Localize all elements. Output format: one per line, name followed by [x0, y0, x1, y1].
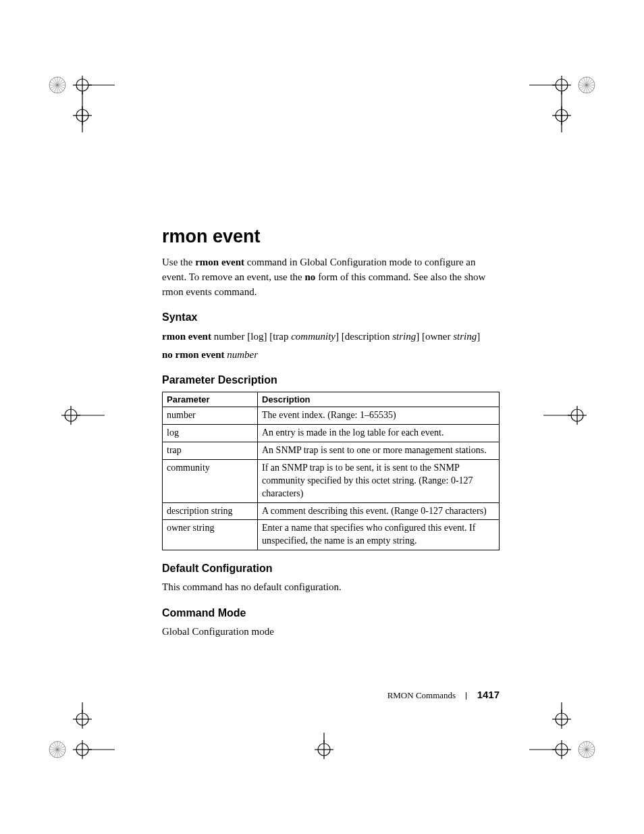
footer-chapter: RMON Commands: [387, 690, 456, 700]
registration-mark-icon: [41, 696, 122, 777]
table-row: trap An SNMP trap is sent to one or more…: [163, 442, 500, 460]
param-desc-heading: Parameter Description: [162, 374, 500, 386]
table-row: log An entry is made in the log table fo…: [163, 425, 500, 442]
syntax-line-2: no rmon event number: [162, 347, 500, 363]
page-title: rmon event: [162, 226, 500, 247]
td-desc: The event index. (Range: 1–65535): [258, 407, 500, 425]
table-head-row: Parameter Description: [163, 392, 500, 407]
td-param: log: [163, 425, 258, 442]
td-param: description string: [163, 502, 258, 520]
syntax-kw: rmon event: [162, 331, 211, 342]
page-content: rmon event Use the rmon event command in…: [162, 226, 500, 649]
intro-pre: Use the: [162, 257, 195, 267]
td-param: number: [163, 407, 258, 425]
footer-separator: [466, 692, 466, 700]
table-row: description string A comment describing …: [163, 502, 500, 520]
td-param: owner string: [163, 520, 258, 550]
default-config-body: This command has no default configuratio…: [162, 580, 500, 595]
td-desc: Enter a name that specifies who configur…: [258, 520, 500, 550]
command-mode-heading: Command Mode: [162, 607, 500, 619]
syntax2-it: number: [227, 349, 258, 360]
td-desc: An SNMP trap is sent to one or more mana…: [258, 442, 500, 460]
intro-paragraph: Use the rmon event command in Global Con…: [162, 255, 500, 299]
registration-mark-icon: [41, 58, 122, 139]
table-row: number The event index. (Range: 1–65535): [163, 407, 500, 425]
page-footer: RMON Commands 1417: [162, 689, 500, 701]
syntax2-kw: no rmon event: [162, 349, 225, 360]
registration-mark-icon: [522, 58, 603, 139]
td-desc: If an SNMP trap is to be sent, it is sen…: [258, 459, 500, 502]
syntax-t3: ] [owner: [416, 331, 453, 342]
syntax-i2: string: [392, 331, 416, 342]
td-param: community: [163, 459, 258, 502]
registration-mark-icon: [297, 729, 351, 770]
td-param: trap: [163, 442, 258, 460]
registration-mark-icon: [54, 398, 108, 432]
table-row: owner string Enter a name that specifies…: [163, 520, 500, 550]
td-desc: A comment describing this event. (Range …: [258, 502, 500, 520]
syntax-t1: number [log] [trap: [211, 331, 291, 342]
default-config-heading: Default Configuration: [162, 563, 500, 575]
command-mode-body: Global Configuration mode: [162, 625, 500, 640]
syntax-i3: string: [453, 331, 477, 342]
parameter-table: Parameter Description number The event i…: [162, 392, 500, 550]
syntax-heading: Syntax: [162, 311, 500, 323]
intro-cmd2: no: [305, 271, 316, 282]
syntax-t2: ] [description: [336, 331, 392, 342]
syntax-t4: ]: [477, 331, 480, 342]
footer-page-number: 1417: [477, 689, 500, 700]
registration-mark-icon: [540, 398, 594, 432]
syntax-i1: community: [291, 331, 336, 342]
table-row: community If an SNMP trap is to be sent,…: [163, 459, 500, 502]
intro-cmd1: rmon event: [195, 257, 244, 267]
th-parameter: Parameter: [163, 392, 258, 407]
syntax-line-1: rmon event number [log] [trap community]…: [162, 329, 500, 344]
th-description: Description: [258, 392, 500, 407]
td-desc: An entry is made in the log table for ea…: [258, 425, 500, 442]
registration-mark-icon: [522, 696, 603, 777]
